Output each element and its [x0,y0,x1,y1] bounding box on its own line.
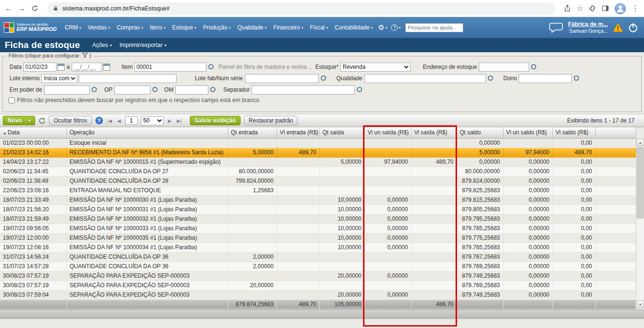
column-header-1[interactable]: Operação [66,127,228,138]
lote-fab-input[interactable] [245,74,319,83]
table-row[interactable]: 02/06/23 11:34:45QUANTIDADE CONCLUÍDA DA… [0,167,636,176]
table-row[interactable]: 18/07/23 21:56:20EMISSÃO DA NF Nº 100000… [0,205,636,214]
table-row[interactable]: 18/07/23 21:33:49EMISSÃO DA NF Nº 100000… [0,195,636,205]
address-bar[interactable]: sistema.maxiprod.com.br/FichaEstoque# [47,2,555,15]
last-page-icon[interactable]: ▶| [176,118,182,123]
scroll-up-icon[interactable]: ▲ [636,139,644,146]
search-icon[interactable] [573,75,580,82]
table-row[interactable]: 21/02/23 14:02:16RECEBIMENTO DA NF Nº 98… [0,148,636,157]
table-row[interactable]: 18/07/23 21:59:49EMISSÃO DA NF Nº 100000… [0,214,636,224]
table-row[interactable]: 14/04/23 13:17:22EMISSÃO DA NF Nº 100000… [0,157,636,167]
nav-menu-contabilidade[interactable]: Contabilidade▾ [331,22,376,33]
data-to-input[interactable] [72,63,102,72]
lote-interno-input[interactable] [79,74,177,83]
vertical-scrollbar[interactable]: ▲ ▼ [636,139,644,308]
nav-menu-crm[interactable]: CRM▾ [62,22,84,33]
estoque-select[interactable]: Revenda [340,63,411,72]
settings-gear-icon[interactable]: ⚙▾ [378,23,387,32]
scroll-down-icon[interactable]: ▼ [636,300,644,308]
bookmark-star-icon[interactable]: ☆ [577,5,583,12]
page-number-input[interactable] [125,116,138,125]
table-row[interactable]: 19/07/23 12:08:16EMISSÃO DA NF Nº 100000… [0,243,636,252]
search-icon[interactable] [91,86,98,93]
novo-button[interactable]: Novo▾ [3,116,35,125]
logout-power-icon[interactable] [628,22,638,33]
search-icon[interactable] [152,86,159,93]
om-input[interactable] [175,85,208,94]
refresh-icon[interactable] [38,117,46,124]
browser-menu-icon[interactable]: ⋮ [632,5,639,12]
calendar-icon[interactable] [57,64,65,71]
search-icon[interactable] [210,86,216,93]
column-header-4[interactable]: Qt saída [319,127,364,138]
table-row[interactable]: 19/07/23 09:56:05EMISSÃO DA NF Nº 100000… [0,224,636,233]
search-icon[interactable] [320,75,327,82]
warning-icon[interactable] [613,23,623,32]
column-header-2[interactable]: Qt entrada [228,127,277,138]
forward-icon[interactable]: → [18,5,26,12]
dono-input[interactable] [519,74,572,83]
table-row[interactable]: 31/07/23 14:57:28QUANTIDADE CONCLUÍDA DA… [0,262,636,271]
table-row[interactable]: 30/08/23 07:59:04SEPARAÇÃO PARA EXPEDIÇÃ… [0,290,636,300]
help-icon[interactable]: ?▾ [391,24,401,31]
data-from-input[interactable] [23,63,56,72]
table-row[interactable]: 02/06/23 11:38:49QUANTIDADE CONCLUÍDA DA… [0,176,636,186]
nav-menu-itens[interactable]: Itens▾ [147,22,169,33]
table-row[interactable]: 01/02/23 00:00:00Estoque inicial0,000000… [0,138,636,148]
extensions-icon[interactable] [589,5,596,12]
blank-fields-checkbox[interactable] [9,97,15,103]
nav-menu-qualidade[interactable]: Qualidade▾ [234,22,270,33]
side-panel-icon[interactable] [602,5,609,12]
app-logo[interactable]: Sistema de gestão ERP MAXIPROD [4,22,57,33]
search-icon[interactable] [487,75,494,82]
table-row[interactable]: 19/07/23 12:00:00EMISSÃO DA NF Nº 100000… [0,233,636,243]
first-page-icon[interactable]: |◀ [106,118,113,123]
em-poder-input[interactable] [44,85,90,94]
profile-avatar[interactable] [615,3,626,14]
nav-menu-fiscal[interactable]: Fiscal▾ [307,22,331,33]
qualidade-input[interactable] [364,74,486,83]
search-icon[interactable] [531,64,537,70]
ocultar-filtros-button[interactable]: Ocultar filtros [49,116,92,125]
reload-icon[interactable] [31,5,38,12]
search-icon[interactable] [208,64,215,70]
table-row[interactable]: 30/08/23 07:57:19SEPARAÇÃO PARA EXPEDIÇÃ… [0,281,636,290]
column-header-9[interactable]: Vl saldo (R$) [552,127,595,138]
grid-help-icon[interactable]: ? [95,117,103,124]
help-search-input[interactable] [405,23,463,32]
lote-interno-operator-select[interactable]: Inicia com [41,74,77,83]
share-icon[interactable] [564,5,571,12]
column-header-8[interactable]: Vl un saldo (R$) [503,127,552,138]
separador-input[interactable] [252,85,355,94]
prev-page-icon[interactable]: ◀ [116,118,122,123]
calendar-icon[interactable] [103,64,110,71]
nav-menu-producao[interactable]: Produção▾ [200,22,234,33]
imprimir-exportar-menu[interactable]: Imprimir/exportar▾ [120,42,167,48]
restaurar-padrao-button[interactable]: Restaurar padrão [244,116,298,125]
next-page-icon[interactable]: ▶ [167,118,173,123]
back-icon[interactable]: ← [5,5,12,12]
search-icon[interactable] [356,86,363,93]
column-header-6[interactable]: Vl saída (R$) [411,127,457,138]
acoes-menu[interactable]: Ações▾ [92,42,112,48]
salvar-exibicao-button[interactable]: Salvar exibição [190,116,241,125]
scrollbar-thumb[interactable] [637,147,644,218]
column-header-0[interactable]: ▲ Data [0,127,66,138]
column-header-5[interactable]: Vl un saída (R$) [364,127,411,138]
table-row[interactable]: 30/08/23 07:57:19SEPARAÇÃO PARA EXPEDIÇÃ… [0,271,636,281]
item-input[interactable] [134,63,206,72]
nav-menu-financeiro[interactable]: Financeiro▾ [270,22,307,33]
table-row[interactable]: 22/06/23 23:08:16ENTRADA MANUAL NO ESTOQ… [0,186,636,195]
nav-menu-compras[interactable]: Compras▾ [113,22,147,33]
nav-menu-vendas[interactable]: Vendas▾ [84,22,113,33]
filters-legend[interactable]: Filtros (clique para configurar: ) [7,53,93,58]
op-input[interactable] [114,85,150,94]
column-header-7[interactable]: Qt saldo [457,127,503,138]
column-header-3[interactable]: Vl entrada (R$) [277,127,319,138]
company-link[interactable]: Fábrica de m... [568,21,608,28]
page-size-select[interactable]: 50 [141,116,164,125]
endereco-input[interactable] [479,63,529,72]
chat-bubble-icon[interactable] [549,22,563,33]
nav-menu-estoque[interactable]: Estoque▾ [169,22,200,33]
table-row[interactable]: 31/07/23 14:56:24QUANTIDADE CONCLUÍDA DA… [0,252,636,262]
